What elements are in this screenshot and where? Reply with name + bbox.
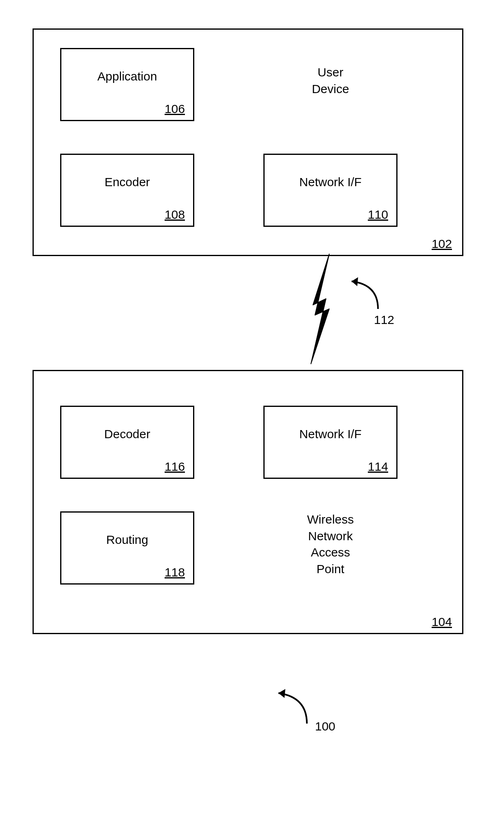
application-box: Application 106 <box>60 48 194 121</box>
user-device-title: User Device <box>286 64 375 97</box>
access-point-title-line4: Point <box>317 562 344 576</box>
user-network-if-ref: 110 <box>368 208 388 222</box>
decoder-label: Decoder <box>61 427 193 441</box>
application-ref: 106 <box>165 102 185 116</box>
ap-network-if-label: Network I/F <box>265 427 396 441</box>
access-point-title-line1: Wireless <box>307 513 354 526</box>
encoder-ref: 108 <box>165 208 185 222</box>
user-network-if-box: Network I/F 110 <box>263 154 398 227</box>
access-point-title: Wireless Network Access Point <box>286 511 375 577</box>
wireless-link-icon <box>293 252 350 366</box>
encoder-label: Encoder <box>61 175 193 189</box>
user-network-if-label: Network I/F <box>265 175 396 189</box>
ap-network-if-box: Network I/F 114 <box>263 406 398 479</box>
ap-network-if-ref: 114 <box>368 460 388 474</box>
figure-ref: 100 <box>315 719 335 733</box>
user-device-container: Application 106 Encoder 108 Network I/F … <box>33 28 463 256</box>
access-point-title-line3: Access <box>311 546 350 559</box>
routing-label: Routing <box>61 533 193 547</box>
decoder-ref: 116 <box>165 460 185 474</box>
access-point-ref: 104 <box>432 615 452 629</box>
routing-box: Routing 118 <box>60 511 194 585</box>
wireless-link-ref: 112 <box>374 313 394 327</box>
user-device-ref: 102 <box>432 237 452 251</box>
decoder-box: Decoder 116 <box>60 406 194 479</box>
wireless-link-arrow-icon <box>343 276 384 313</box>
user-device-title-line1: User <box>317 65 343 79</box>
routing-ref: 118 <box>165 565 185 579</box>
user-device-title-line2: Device <box>312 82 349 96</box>
access-point-title-line2: Network <box>308 529 353 543</box>
figure-arrow-icon <box>268 687 313 728</box>
application-label: Application <box>61 70 193 83</box>
encoder-box: Encoder 108 <box>60 154 194 227</box>
access-point-container: Decoder 116 Network I/F 114 Routing 118 … <box>33 370 463 634</box>
